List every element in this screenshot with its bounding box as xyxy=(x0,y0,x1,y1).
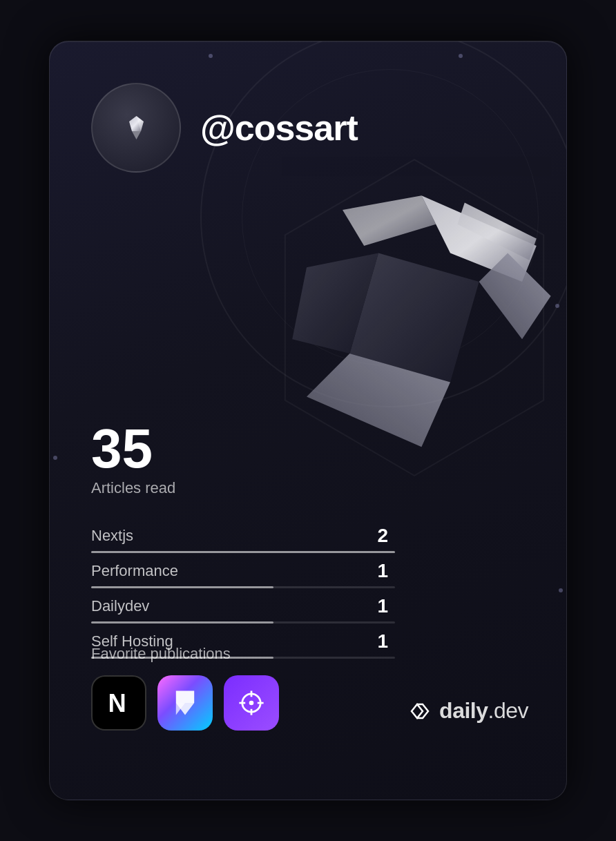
tag-count-dailydev: 1 xyxy=(377,595,388,617)
tag-row-performance: Performance 1 xyxy=(91,560,395,588)
profile-card: @cossart 35 Articles read Nextjs 2 Perfo… xyxy=(49,41,567,800)
svg-text:N: N xyxy=(108,689,126,717)
tag-count-selfhosting: 1 xyxy=(377,630,388,652)
publications-label: Favorite publications xyxy=(91,645,279,663)
articles-count: 35 xyxy=(91,421,175,476)
articles-label: Articles read xyxy=(91,479,175,497)
pub-icon-crosshair xyxy=(224,675,279,731)
tag-bar-bg-nextjs xyxy=(91,551,395,553)
svg-marker-1 xyxy=(176,690,194,703)
tag-bar-fill-nextjs xyxy=(91,551,395,553)
dot-2 xyxy=(459,54,463,58)
tag-count-nextjs: 2 xyxy=(377,525,388,547)
publications-section: Favorite publications N xyxy=(91,645,279,731)
tag-name-dailydev: Dailydev xyxy=(91,597,149,615)
header: @cossart xyxy=(91,83,358,173)
dot-4 xyxy=(53,456,57,460)
dot-1 xyxy=(209,54,213,58)
tag-name-performance: Performance xyxy=(91,562,178,580)
tag-bar-fill-performance xyxy=(91,586,273,588)
gem-icon xyxy=(117,109,155,147)
articles-section: 35 Articles read xyxy=(91,421,175,497)
pub-icon-framer xyxy=(157,675,213,731)
pub-icons: N xyxy=(91,675,279,731)
daily-dev-logo: daily.dev xyxy=(407,698,528,724)
avatar xyxy=(91,83,181,173)
tag-row-nextjs: Nextjs 2 xyxy=(91,525,395,553)
tag-bar-fill-dailydev xyxy=(91,621,273,624)
daily-text-suffix: .dev xyxy=(488,698,528,723)
daily-text-bold: daily xyxy=(439,698,488,723)
svg-point-5 xyxy=(249,701,254,706)
username: @cossart xyxy=(200,107,358,148)
pub-icon-nextjs: N xyxy=(91,675,146,731)
dot-5 xyxy=(559,588,563,592)
tag-row-dailydev: Dailydev 1 xyxy=(91,595,395,624)
tag-count-performance: 1 xyxy=(377,560,388,582)
tag-bar-bg-performance xyxy=(91,586,395,588)
bg-logo xyxy=(235,138,567,497)
tag-bar-bg-dailydev xyxy=(91,621,395,624)
tag-name-nextjs: Nextjs xyxy=(91,527,133,545)
daily-dev-icon xyxy=(407,699,432,724)
daily-dev-text: daily.dev xyxy=(439,698,528,724)
